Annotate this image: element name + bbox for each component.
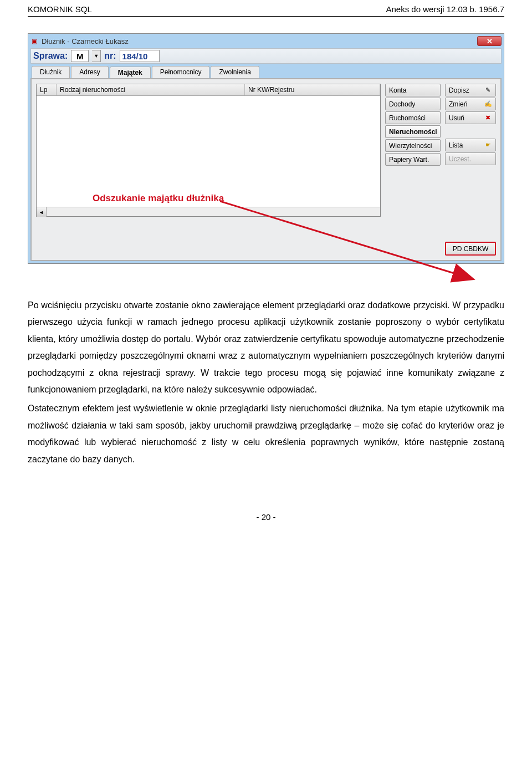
paragraph-1: Po wciśnięciu przycisku otwarte zostanie… [28,297,504,398]
cat-nieruchomosci[interactable]: Nieruchomości [385,125,441,138]
window-title: Dłużnik - Czarnecki Łukasz [42,37,129,45]
paragraph-2: Ostatecznym efektem jest wyświetlenie w … [28,400,504,468]
sprawa-label: Sprawa: [33,51,68,61]
category-panel: Konta Dochody Ruchomości Nieruchomości W… [385,84,441,217]
cat-papiery[interactable]: Papiery Wart. [385,153,441,166]
tabs-bar: Dłużnik Adresy Majątek Pełnomocnicy Zwol… [32,66,502,78]
app-icon: ▣ [30,37,38,45]
case-type-field[interactable]: M [71,50,89,62]
page-header-right: Aneks do wersji 12.03 b. 1956.7 [386,4,504,14]
cat-konta[interactable]: Konta [385,84,441,96]
tab-dluznik[interactable]: Dłużnik [32,66,70,78]
titlebar: ▣ Dłużnik - Czarnecki Łukasz ✕ [30,36,502,48]
cat-ruchomosci[interactable]: Ruchomości [385,111,441,124]
body-text: Po wciśnięciu przycisku otwarte zostanie… [28,297,504,468]
nr-label: nr: [104,51,116,61]
col-kw[interactable]: Nr KW/Rejestru [245,84,380,95]
delete-icon: ✖ [484,114,492,122]
horizontal-scrollbar[interactable] [37,207,380,216]
edit-icon: ✍ [484,100,492,108]
case-type-dropdown[interactable]: ▼ [92,50,101,62]
dopisz-button[interactable]: Dopisz ✎ [445,84,496,96]
tab-zwolnienia[interactable]: Zwolnienia [211,66,259,78]
cat-dochody[interactable]: Dochody [385,98,441,110]
close-icon: ✕ [487,37,493,45]
table-header: Lp Rodzaj nieruchomości Nr KW/Rejestru [37,84,380,96]
col-lp[interactable]: Lp [37,84,57,95]
lista-button[interactable]: Lista ☛ [445,139,496,151]
page-header-left: KOMORNIK SQL [28,4,92,14]
chevron-down-icon: ▼ [94,53,99,59]
usun-button[interactable]: Usuń ✖ [445,111,496,124]
add-icon: ✎ [484,86,492,94]
tab-majatek[interactable]: Majątek [110,67,151,79]
action-panel: Dopisz ✎ Zmień ✍ Usuń ✖ [445,84,496,217]
case-toolbar: Sprawa: M ▼ nr: 184/10 [30,48,502,64]
pd-cbdkw-button[interactable]: PD CBDKW [445,242,496,256]
page-footer: - 20 - [28,512,504,522]
tab-pelnomocnicy[interactable]: Pełnomocnicy [152,66,210,78]
close-button[interactable]: ✕ [477,36,502,46]
zmien-button[interactable]: Zmień ✍ [445,98,496,110]
uczest-button[interactable]: Uczest. [445,152,496,165]
list-icon: ☛ [484,141,492,149]
col-rodzaj[interactable]: Rodzaj nieruchomości [57,84,245,95]
tab-content: Lp Rodzaj nieruchomości Nr KW/Rejestru K… [30,78,502,261]
property-table[interactable]: Lp Rodzaj nieruchomości Nr KW/Rejestru [36,84,381,217]
app-window: ▣ Dłużnik - Czarnecki Łukasz ✕ Sprawa: M… [28,33,504,264]
tab-adresy[interactable]: Adresy [71,66,108,78]
case-number-field[interactable]: 184/10 [120,50,160,62]
cat-wierzytelnosci[interactable]: Wierzytelności [385,139,441,152]
